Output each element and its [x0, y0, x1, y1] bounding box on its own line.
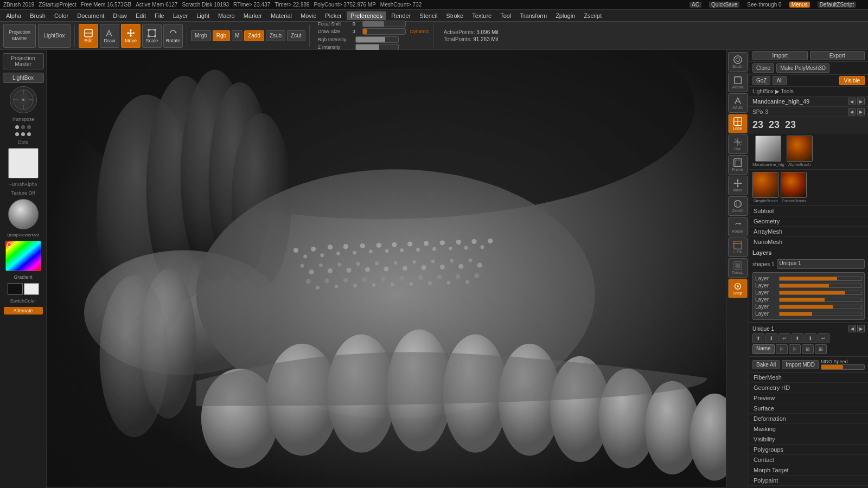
bump-mat-preview[interactable]: [8, 199, 39, 229]
make-polymesh-btn[interactable]: Make PolyMesh3D: [776, 63, 829, 73]
nanomesh-item[interactable]: NanoMesh: [749, 237, 868, 247]
layer1-slider[interactable]: [779, 277, 862, 281]
draw-btn[interactable]: Draw: [100, 24, 119, 48]
alternate-btn[interactable]: Alternate: [4, 307, 43, 314]
menu-color[interactable]: Color: [50, 11, 72, 20]
menu-tool[interactable]: Tool: [496, 11, 515, 20]
menu-alpha[interactable]: Alpha: [2, 11, 25, 20]
projection-master-btn[interactable]: ProjectionMaster: [3, 24, 36, 48]
scale-btn[interactable]: Scale: [142, 24, 162, 48]
quicksave-btn[interactable]: QuickSave: [709, 2, 739, 8]
geometry-hd-item[interactable]: Geometry HD: [749, 383, 868, 393]
focal-shift-slider[interactable]: [362, 21, 406, 27]
menu-layer[interactable]: Layer: [169, 11, 192, 20]
simplebrush-thumb[interactable]: [752, 172, 778, 198]
menu-picker[interactable]: Picker: [321, 11, 346, 20]
rotate-btn[interactable]: Rotate: [163, 24, 183, 48]
frame-rt-btn[interactable]: Frame: [728, 155, 748, 175]
contact-item[interactable]: Contact: [749, 455, 868, 465]
preview-item[interactable]: Preview: [749, 393, 868, 403]
layer-icon5[interactable]: ⬇: [805, 333, 816, 343]
mrgb-btn[interactable]: Mrgb: [191, 30, 211, 41]
layer4-slider[interactable]: [779, 298, 862, 302]
menu-edit[interactable]: Edit: [132, 11, 150, 20]
masking-item[interactable]: Masking: [749, 424, 868, 434]
menu-movie[interactable]: Movie: [297, 11, 320, 20]
polypaint-item[interactable]: Polypaint: [749, 476, 868, 486]
subtool-item[interactable]: Subtool: [749, 206, 868, 216]
aalalt-rt-btn[interactable]: AA Alt: [728, 93, 748, 113]
layer5-slider[interactable]: [779, 305, 862, 309]
menu-stroke[interactable]: Stroke: [442, 11, 467, 20]
local-rt-btn[interactable]: Local: [728, 114, 748, 133]
unique-dropdown[interactable]: Unique 1: [777, 259, 865, 269]
menu-texture[interactable]: Texture: [468, 11, 495, 20]
unique-arr-left[interactable]: ◀: [848, 325, 856, 332]
menu-material[interactable]: Material: [267, 11, 296, 20]
transp-rt-btn[interactable]: Transp: [728, 258, 748, 278]
fibermesh-item[interactable]: FiberMesh: [749, 373, 868, 383]
geometry-item[interactable]: Geometry: [749, 216, 868, 227]
gyz-rt-btn[interactable]: Gyz: [728, 134, 748, 154]
rgb-intensity-slider[interactable]: [355, 36, 399, 43]
lightbox-left-btn[interactable]: LightBox: [3, 73, 44, 83]
color-picker[interactable]: [5, 241, 41, 271]
brush-alpha-preview[interactable]: [8, 148, 39, 178]
canvas-area[interactable]: [47, 50, 726, 488]
arraymesh-item[interactable]: ArrayMesh: [749, 227, 868, 237]
move-btn[interactable]: Move: [121, 24, 141, 48]
all-btn[interactable]: All: [773, 76, 786, 85]
m-btn[interactable]: M: [232, 30, 242, 41]
name-btn[interactable]: Name: [752, 344, 775, 354]
layer3-slider[interactable]: [779, 291, 862, 295]
paste-icon-btn[interactable]: ⎘: [789, 344, 801, 354]
zadd-btn[interactable]: Zadd: [244, 30, 264, 41]
menu-macro[interactable]: Macro: [214, 11, 239, 20]
menu-stencil[interactable]: Stencil: [416, 11, 441, 20]
menus-btn[interactable]: Menus: [789, 2, 810, 8]
import-mdd-btn[interactable]: Import MDD: [782, 360, 819, 369]
layer-icon6[interactable]: ↩: [818, 333, 829, 343]
goz-btn[interactable]: GoZ: [752, 76, 770, 85]
menu-brush[interactable]: Brush: [26, 11, 49, 20]
menu-preferences[interactable]: Preferences: [347, 11, 386, 20]
swatch-white[interactable]: [24, 283, 39, 295]
rotate-widget[interactable]: [10, 86, 37, 113]
import-btn[interactable]: Import: [752, 51, 808, 60]
spi-arr-left[interactable]: ◀: [848, 108, 856, 115]
swatch-black[interactable]: [8, 283, 23, 295]
actual-rt-btn[interactable]: Actual: [728, 73, 748, 92]
layer-icon2[interactable]: ⬇: [765, 333, 777, 343]
linefill-rt-btn[interactable]: L.Fill: [728, 237, 748, 257]
menu-zscript[interactable]: Zscript: [580, 11, 605, 20]
rgb-btn[interactable]: Rgb: [213, 30, 230, 41]
tool-arr-left[interactable]: ◀: [848, 98, 856, 105]
menu-light[interactable]: Light: [193, 11, 213, 20]
clone-btn[interactable]: Clone: [752, 63, 774, 73]
zsub-btn[interactable]: Zsub: [266, 30, 285, 41]
brush-rt-btn[interactable]: Brush: [728, 52, 748, 72]
snap-rt-btn[interactable]: Snap: [728, 279, 748, 298]
zcut-btn[interactable]: Zcut: [287, 30, 305, 41]
layer-icon3[interactable]: ↩: [778, 333, 790, 343]
layer2-slider[interactable]: [779, 284, 862, 288]
rotate-rt-btn[interactable]: Rotate: [728, 217, 748, 236]
tool-arr-right[interactable]: ▶: [857, 98, 865, 105]
eraserbrush-thumb[interactable]: [781, 172, 807, 198]
default-zscript-btn[interactable]: DefaultZScript: [818, 2, 856, 8]
ac-btn[interactable]: AC: [690, 2, 701, 8]
del-icon-btn[interactable]: ⊠: [802, 344, 814, 354]
copy-icon-btn[interactable]: ⎘: [776, 344, 788, 354]
mdd-speed-slider[interactable]: [821, 364, 865, 370]
mandcanine-brush-thumb[interactable]: [755, 136, 781, 162]
morph-target-item[interactable]: Morph Target: [749, 465, 868, 476]
alphabrush-thumb[interactable]: [787, 136, 813, 162]
layer-icon4[interactable]: ⬆: [792, 333, 803, 343]
menu-draw[interactable]: Draw: [109, 11, 131, 20]
polygroups-item[interactable]: Polygroups: [749, 445, 868, 455]
spi-arr-right[interactable]: ▶: [857, 108, 865, 115]
menu-transform[interactable]: Transform: [516, 11, 551, 20]
surface-item[interactable]: Surface: [749, 403, 868, 414]
menu-render[interactable]: Render: [387, 11, 414, 20]
lightbox-btn[interactable]: LightBox: [38, 24, 71, 48]
